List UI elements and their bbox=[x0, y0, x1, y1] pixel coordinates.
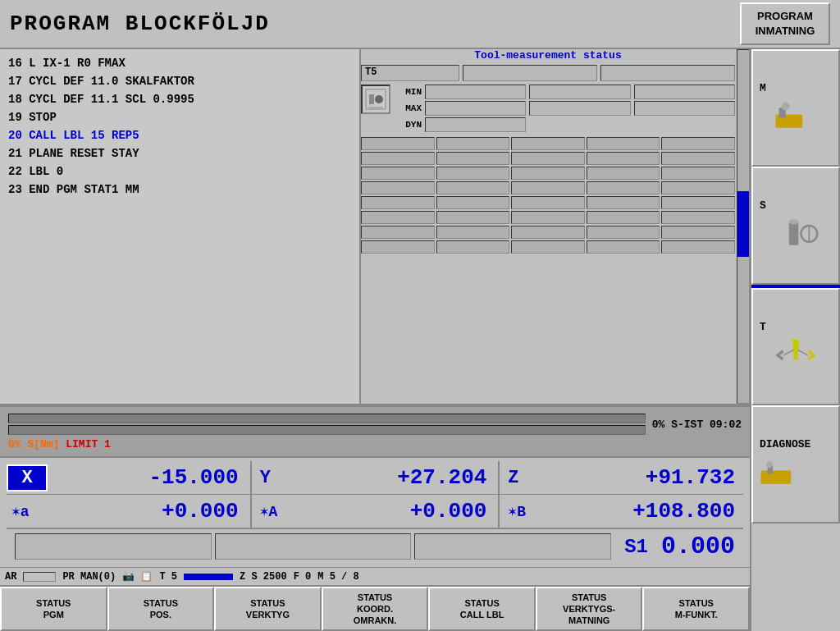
min-label: MIN bbox=[397, 87, 422, 97]
tab-button-3[interactable]: STATUSKOORD.OMRAKN. bbox=[322, 587, 429, 631]
sidebar-t-button[interactable]: T bbox=[751, 288, 840, 405]
tab-button-4[interactable]: STATUSCALL LBL bbox=[428, 587, 536, 631]
s1-box-3 bbox=[414, 533, 611, 560]
grid-row bbox=[361, 240, 735, 254]
spindle-track-2 bbox=[8, 425, 646, 435]
info-mode: PR MAN(0) bbox=[62, 571, 116, 583]
svg-point-2 bbox=[375, 95, 383, 103]
sidebar-t-label: T bbox=[756, 321, 766, 333]
svg-point-18 bbox=[766, 461, 773, 468]
top-section: 16 L IX-1 R0 FMAX17 CYCL DEF 11.0 SKALFA… bbox=[0, 49, 750, 405]
sidebar-diagnose-label: DIAGNOSE bbox=[756, 438, 810, 450]
grid-cell bbox=[436, 196, 510, 209]
svg-rect-16 bbox=[760, 470, 791, 483]
s-icon bbox=[771, 215, 820, 252]
tab-button-2[interactable]: STATUSVERKTYG bbox=[214, 587, 322, 631]
tab-button-5[interactable]: STATUSVERKTYGS-MATNING bbox=[536, 587, 643, 631]
scrollbar[interactable] bbox=[737, 49, 750, 404]
spindle-track-1 bbox=[8, 414, 646, 423]
page-title: PROGRAM BLOCKFÖLJD bbox=[10, 11, 270, 36]
tool-labels-values: MIN MAX bbox=[397, 85, 735, 134]
axis-a-small-value: +0.000 bbox=[48, 499, 247, 524]
grid-cell bbox=[436, 226, 510, 239]
max-field2 bbox=[529, 101, 630, 116]
info-tool: T 5 bbox=[159, 571, 177, 583]
grid-cell bbox=[661, 152, 735, 165]
left-center: 16 L IX-1 R0 FMAX17 CYCL DEF 11.0 SKALFA… bbox=[0, 49, 750, 631]
program-line: 20 CALL LBL 15 REP5 bbox=[8, 126, 351, 144]
grid-cell bbox=[361, 181, 435, 194]
grid-cell bbox=[511, 211, 585, 224]
spindle-limit-row: 0% S[Nm] LIMIT 1 bbox=[8, 438, 742, 450]
axis-y-label: Y bbox=[255, 466, 296, 490]
sidebar-m-button[interactable]: M bbox=[751, 49, 840, 167]
spindle-limit: LIMIT 1 bbox=[66, 438, 111, 450]
bottom-tabs: STATUSPGMSTATUSPOS.STATUSVERKTYGSTATUSKO… bbox=[0, 585, 750, 631]
grid-cell bbox=[587, 167, 660, 180]
sidebar-m-label: M bbox=[756, 82, 766, 94]
svg-point-6 bbox=[782, 102, 790, 110]
diagnose-icon bbox=[756, 454, 806, 491]
grid-row bbox=[361, 137, 735, 150]
svg-rect-3 bbox=[368, 107, 383, 109]
grid-cell bbox=[361, 137, 435, 150]
axis-a-small-label: ✶a bbox=[7, 501, 48, 522]
right-sidebar: M S T bbox=[750, 49, 840, 631]
program-inmatning-button[interactable]: PROGRAMINMATNING bbox=[740, 2, 830, 45]
program-list: 16 L IX-1 R0 FMAX17 CYCL DEF 11.0 SKALFA… bbox=[0, 49, 361, 404]
program-line: 23 END PGM STAT1 MM bbox=[8, 181, 351, 199]
max-field1 bbox=[425, 101, 526, 116]
grid-row bbox=[361, 196, 735, 209]
svg-point-8 bbox=[789, 219, 798, 225]
tool-measurement-title: Tool-measurement status bbox=[361, 49, 735, 62]
tool-number-field2 bbox=[463, 65, 597, 81]
t-icon bbox=[771, 336, 820, 373]
info-f: F 0 bbox=[294, 571, 312, 583]
coord-sep-2 bbox=[498, 461, 500, 494]
s1-label: S1 bbox=[624, 536, 648, 558]
axis-b-label: ✶B bbox=[503, 501, 544, 522]
grid-cell bbox=[361, 211, 435, 224]
info-feed: Z S 2500 bbox=[240, 571, 287, 583]
max-label: MAX bbox=[397, 103, 422, 113]
grid-row bbox=[361, 211, 735, 224]
max-field3 bbox=[634, 101, 735, 116]
grid-cell bbox=[587, 196, 660, 209]
sidebar-s-button[interactable]: S bbox=[751, 167, 840, 284]
s1-display: S1 0.000 bbox=[7, 528, 743, 564]
tab-button-6[interactable]: STATUSM-FUNKT. bbox=[642, 587, 750, 631]
spindle-row1: 0% S-IST 09:02 bbox=[8, 414, 742, 437]
tool-measurement-content: Tool-measurement status T5 bbox=[361, 49, 735, 254]
tool-max-row: MAX bbox=[397, 101, 735, 116]
coord-sep-1 bbox=[250, 461, 252, 494]
program-line: 21 PLANE RESET STAY bbox=[8, 144, 351, 162]
sidebar-diagnose-button[interactable]: DIAGNOSE bbox=[751, 405, 840, 523]
grid-cell bbox=[436, 137, 510, 150]
axis-a-value: +0.000 bbox=[296, 499, 495, 524]
svg-line-14 bbox=[797, 350, 807, 355]
dyn-label: DYN bbox=[397, 120, 422, 130]
info-progress-bar bbox=[184, 574, 233, 580]
tab-button-0[interactable]: STATUSPGM bbox=[0, 587, 107, 631]
min-field3 bbox=[634, 85, 735, 99]
grid-cell bbox=[511, 152, 585, 165]
grid-cell bbox=[661, 211, 735, 224]
program-line: 19 STOP bbox=[8, 108, 351, 126]
tool-icon bbox=[361, 85, 390, 114]
grid-cell bbox=[661, 196, 735, 209]
coord-row-1: X -15.000 Y +27.204 Z +91.732 bbox=[7, 461, 743, 495]
grid-cell bbox=[587, 181, 660, 194]
grid-cell bbox=[361, 226, 435, 239]
svg-marker-13 bbox=[775, 350, 783, 360]
spindle-bar: 0% S-IST 09:02 0% S[Nm] LIMIT 1 bbox=[0, 405, 750, 458]
tab-button-1[interactable]: STATUSPOS. bbox=[107, 587, 215, 631]
tool-image-icon bbox=[364, 88, 387, 111]
program-line: 22 LBL 0 bbox=[8, 162, 351, 181]
grid-cell bbox=[511, 240, 585, 254]
info-m: M 5 / 8 bbox=[317, 571, 358, 583]
grid-cell bbox=[511, 137, 585, 150]
tool-min-row: MIN bbox=[397, 85, 735, 99]
grid-cell bbox=[361, 240, 435, 254]
grid-cell bbox=[511, 226, 585, 239]
tool-dyn-row: DYN bbox=[397, 117, 735, 132]
